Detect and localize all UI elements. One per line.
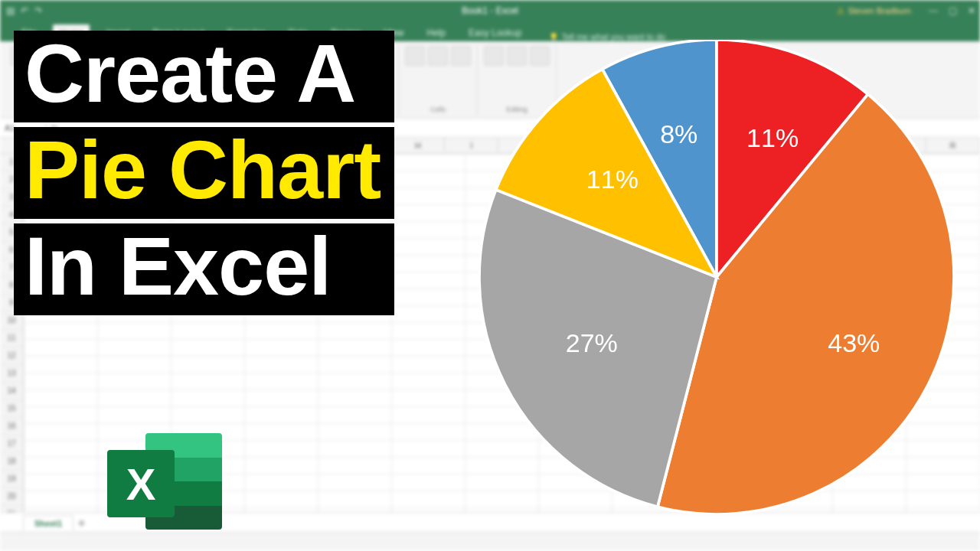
pie-chart-svg bbox=[479, 40, 954, 514]
row-header[interactable]: 12 bbox=[0, 347, 23, 365]
row-header[interactable]: 17 bbox=[0, 435, 23, 453]
ribbon-tab-help[interactable]: Help bbox=[420, 24, 452, 41]
ribbon-button[interactable] bbox=[451, 46, 471, 66]
title-bar: ▤ ↶ ↷ Book1 - Excel Steven Bradburn — ▢ … bbox=[0, 0, 980, 21]
excel-logo-letter: X bbox=[107, 450, 175, 517]
ribbon-button[interactable] bbox=[405, 46, 425, 66]
minimize-icon[interactable]: — bbox=[929, 5, 938, 16]
redo-icon[interactable]: ↷ bbox=[34, 5, 42, 16]
quick-access-toolbar[interactable]: ▤ ↶ ↷ bbox=[6, 5, 42, 16]
window-title: Book1 - Excel bbox=[462, 5, 518, 16]
save-icon[interactable]: ▤ bbox=[6, 5, 15, 16]
row-header[interactable]: 20 bbox=[0, 488, 23, 506]
overlay-line-1: Create A bbox=[14, 31, 394, 122]
row-header[interactable]: 11 bbox=[0, 330, 23, 347]
ribbon-tab-easy-lookup[interactable]: Easy Lookup bbox=[462, 24, 528, 41]
excel-logo: X bbox=[107, 429, 222, 536]
row-header[interactable]: 15 bbox=[0, 400, 23, 418]
sheet-tab-active[interactable]: Sheet1 bbox=[23, 515, 74, 531]
row-header[interactable]: 19 bbox=[0, 471, 23, 488]
add-sheet-icon[interactable]: ⊕ bbox=[78, 518, 85, 528]
overlay-line-2: Pie Chart bbox=[14, 127, 394, 219]
row-header[interactable]: 16 bbox=[0, 418, 23, 435]
overlay-line-3: In Excel bbox=[14, 223, 394, 315]
ribbon-group-cells: Cells bbox=[399, 44, 478, 115]
pie-chart: 8%11%43%27%11% bbox=[479, 40, 954, 514]
thumbnail-title-overlay: Create A Pie Chart In Excel bbox=[14, 31, 394, 315]
row-header[interactable]: 18 bbox=[0, 453, 23, 471]
row-header[interactable]: 13 bbox=[0, 365, 23, 383]
row-header[interactable]: 14 bbox=[0, 383, 23, 400]
maximize-icon[interactable]: ▢ bbox=[949, 5, 957, 16]
account-name[interactable]: Steven Bradburn bbox=[837, 6, 911, 16]
ribbon-group-label: Cells bbox=[430, 106, 446, 113]
undo-icon[interactable]: ↶ bbox=[21, 5, 28, 16]
column-header[interactable]: H bbox=[392, 138, 446, 153]
close-icon[interactable]: ✕ bbox=[968, 5, 975, 16]
ribbon-button[interactable] bbox=[428, 46, 448, 66]
